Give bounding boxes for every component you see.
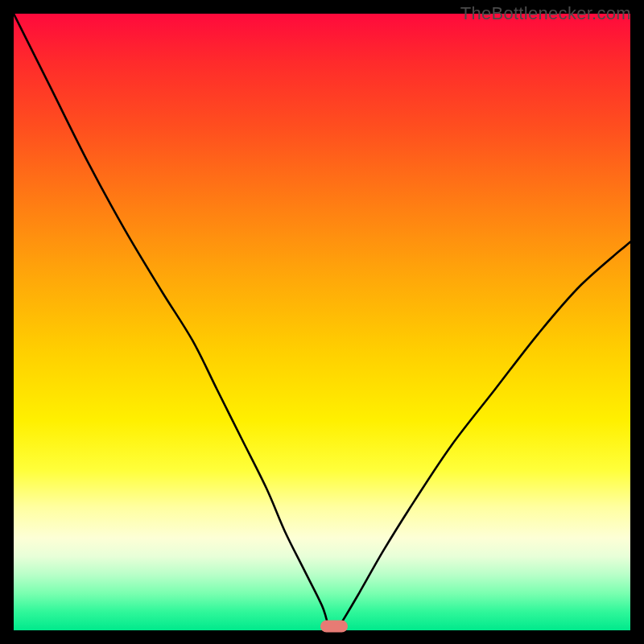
bottleneck-curve-path [14, 14, 630, 630]
chart-frame: TheBottlenecker.com [0, 0, 644, 644]
bottleneck-curve-svg [14, 14, 630, 630]
optimal-point-marker [320, 621, 348, 633]
watermark-text: TheBottlenecker.com [460, 3, 631, 24]
